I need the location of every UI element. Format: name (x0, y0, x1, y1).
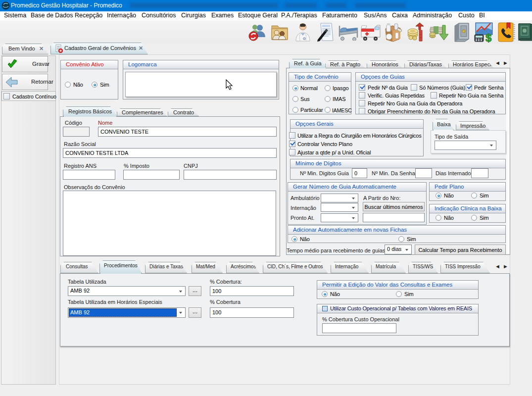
svg-text:$: $ (485, 32, 491, 43)
